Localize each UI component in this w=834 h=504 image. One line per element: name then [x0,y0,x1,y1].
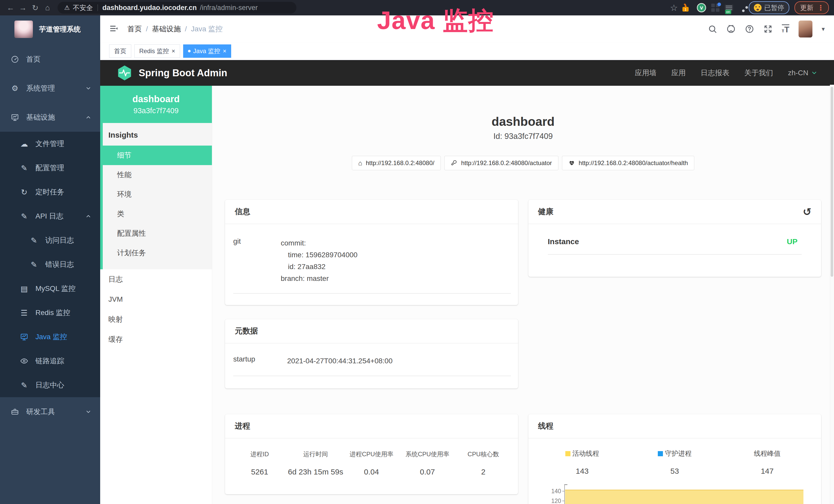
tab-label: 首页 [114,47,126,55]
sidebar-item-log-center[interactable]: ✎ 日志中心 [0,373,100,397]
scrollbar-thumb[interactable] [831,87,833,277]
actuator-url-button[interactable]: http://192.168.0.2:48080/actuator [444,156,558,170]
health-url-button[interactable]: http://192.168.0.2:48080/actuator/health [562,156,695,170]
sba-menu-scheduled-tasks[interactable]: 计划任务 [103,243,212,263]
scrollbar[interactable] [830,85,834,504]
sba-menu-configprops[interactable]: 配置属性 [103,224,212,243]
close-icon[interactable]: × [172,48,175,54]
tab-java-monitor[interactable]: Java 监控 × [183,44,231,58]
sidebar-item-label: 链路追踪 [36,356,64,366]
sba-locale-select[interactable]: zh-CN [788,69,817,77]
sidebar-item-java-monitor[interactable]: Java 监控 [0,325,100,349]
legend-swatch-live-threads [565,451,570,456]
app-logo-row[interactable]: 芋道管理系统 [0,16,100,45]
paused-label: 已暂停 [764,3,784,12]
row-divider [233,375,511,376]
on-badge: on [725,10,731,14]
sidebar-item-file-manage[interactable]: ☁ 文件管理 [0,132,100,156]
sba-nav-wallboard[interactable]: 应用墙 [635,68,657,78]
sba-menu-metrics[interactable]: 性能 [103,165,212,185]
sidebar-item-error-log[interactable]: ✎ 错误日志 [0,252,100,276]
sidebar-item-trace[interactable]: 链路追踪 [0,349,100,373]
sidebar-item-access-log[interactable]: ✎ 访问日志 [0,228,100,252]
breadcrumb-current: Java 监控 [191,24,223,34]
caret-down-icon[interactable]: ▾ [822,25,825,32]
cpu-cores-value: 2 [455,467,511,476]
sba-menu-mappings[interactable]: 映射 [100,310,212,329]
sidebar-item-label: Java 监控 [36,332,67,342]
vue-devtools-extension-icon[interactable]: v [697,3,706,12]
sba-menu-classes[interactable]: 类 [103,204,212,224]
sidebar-item-config-manage[interactable]: ✎ 配置管理 [0,156,100,180]
tab-redis-monitor[interactable]: Redis 监控 × [134,44,180,58]
help-question-icon[interactable] [745,24,754,33]
sidebar-item-infra[interactable]: 基础设施 [0,103,100,132]
history-icon[interactable]: ↺ [803,207,811,217]
home-icon: ⌂ [358,159,363,167]
browser-home-button[interactable]: ⌂ [42,2,53,13]
sba-menu-details[interactable]: 细节 [100,145,212,165]
fullscreen-icon[interactable] [763,24,773,33]
breadcrumb-separator: / [185,25,187,33]
font-size-icon[interactable]: тT [782,24,789,33]
sidebar-item-api-log[interactable]: ✎ API 日志 [0,204,100,228]
sba-menu-plain: 日志 JVM 映射 缓存 [100,269,212,349]
browser-forward-button[interactable]: → [18,2,28,13]
service-url: http://192.168.0.2:48080/ [366,159,434,167]
edit-pen-icon: ✎ [29,260,39,269]
github-icon[interactable] [726,24,736,33]
sidebar-item-scheduled-jobs[interactable]: ↻ 定时任务 [0,180,100,204]
browser-back-button[interactable]: ← [5,2,16,13]
refresh-extension-icon[interactable]: 1 [683,5,686,10]
sidebar-item-system[interactable]: ⚙ 系统管理 [0,74,100,103]
sidebar-item-label: Redis 监控 [36,308,70,318]
tab-home[interactable]: 首页 [109,44,131,58]
git-commit-id: id: 27aa832 [281,261,511,273]
row-divider [548,254,802,255]
sba-nav-applications[interactable]: 应用 [672,68,686,78]
threads-card: 线程 活动线程 143 守护进程 53 [528,414,821,504]
sba-menu-environment[interactable]: 环境 [103,185,212,204]
sba-nav-journal[interactable]: 日志报表 [701,68,729,78]
col-header-uptime: 运行时间 [288,450,344,458]
sidebar-item-label: 文件管理 [36,139,64,148]
bookmark-star-icon[interactable]: ☆ [670,3,678,13]
health-instance-label: Instance [548,237,579,246]
breadcrumb-section[interactable]: 基础设施 [152,24,181,34]
edit-pen-icon: ✎ [19,381,29,390]
profile-paused-pill[interactable]: 已暂停 [749,1,789,14]
browser-update-button[interactable]: 更新 ⋮ [794,1,829,14]
app-frame: 芋道管理系统 首页 ⚙ 系统管理 基础设施 [0,16,834,504]
tab-label: Redis 监控 [139,47,169,55]
layers-icon: ☰ [19,308,29,317]
edit-pen-icon: ✎ [19,164,29,173]
browser-reload-button[interactable]: ↻ [30,2,41,13]
browser-toolbar-right: ☆ 1 v on 已暂停 更新 ⋮ [670,1,829,14]
legend-swatch-daemon-threads [658,451,663,456]
sba-menu-logfile[interactable]: 日志 [100,269,212,289]
breadcrumb-separator: / [146,25,148,33]
metadata-key: startup [233,355,287,367]
y-tick-120: 120 [546,498,561,504]
sidebar-item-mysql-monitor[interactable]: ▤ MySQL 监控 [0,276,100,301]
sidebar-item-home[interactable]: 首页 [0,45,100,74]
service-url-button[interactable]: ⌂ http://192.168.0.2:48080/ [352,156,441,170]
sba-menu-jvm[interactable]: JVM [100,289,212,310]
gear-icon: ⚙ [10,84,20,93]
tags-view-bar: 首页 Redis 监控 × Java 监控 × [100,42,834,60]
annotation-java-monitor: Java 监控 [377,7,494,35]
close-icon[interactable]: × [223,48,226,54]
sba-menu-caches[interactable]: 缓存 [100,329,212,349]
sba-nav-about[interactable]: 关于我们 [744,68,773,78]
user-avatar[interactable] [798,21,812,38]
breadcrumb-home[interactable]: 首页 [127,24,142,34]
live-threads-value: 143 [536,467,629,476]
health-instance-row[interactable]: Instance UP [528,224,821,246]
sidebar-collapse-button[interactable] [109,24,120,34]
sidebar-item-devtools[interactable]: 研发工具 [0,397,100,426]
search-icon[interactable] [708,24,717,33]
onetab-extension-icon[interactable]: on [725,4,733,11]
browser-address-bar[interactable]: ⚠ 不安全 dashboard.yudao.iocoder.cn /infra/… [58,2,297,14]
sidebar-item-redis-monitor[interactable]: ☰ Redis 监控 [0,301,100,325]
grid-extension-icon[interactable] [711,4,720,12]
